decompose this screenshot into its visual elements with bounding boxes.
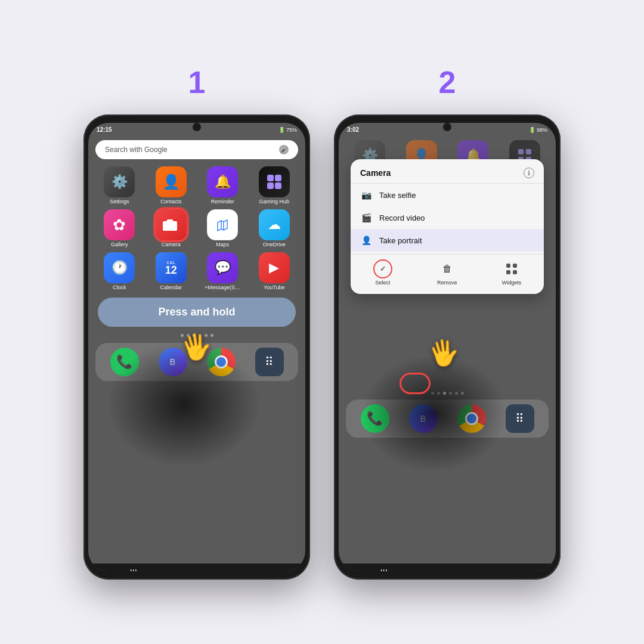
svg-rect-1 [275,175,281,181]
context-video-icon: 🎬 [360,212,372,224]
phone-2-status-icons: 🔋98% [529,127,547,133]
svg-rect-9 [518,149,524,154]
phone-2-nav: ||| ○ ‹ [339,564,556,571]
recent-btn-1[interactable]: ||| [129,568,137,571]
svg-rect-6 [513,264,517,268]
action-select[interactable]: ✓ Select [373,259,392,286]
dock-chrome-2[interactable] [457,404,486,433]
context-selfie-text: Take selfie [379,191,416,200]
select-icon: ✓ [373,259,392,278]
phone-1-home: Search with Google 🎤 ⚙️ Settings [88,135,305,571]
back-btn-1[interactable]: ‹ [261,568,264,571]
phone-2-screen: 3:02 🔋98% Camera ℹ [339,123,556,571]
dock-apps-1[interactable]: ⠿ [255,348,284,376]
dock-bixby-1[interactable]: B [159,348,187,376]
phone-2-home: Camera ℹ 📷 Take selfie 🎬 Record video [339,135,556,571]
remove-icon: 🗑 [438,259,457,278]
press-hold-label: Press and hold [98,298,296,327]
dot [210,334,213,337]
phone-2-notch [443,123,451,131]
app-youtube-icon: ▶ [259,252,290,283]
app-message-icon: 💬 [207,252,238,283]
phone-1-screen: 12:15 🔋75% Search with Google 🎤 [88,123,305,571]
chrome-inner-2 [465,412,478,425]
svg-rect-8 [513,270,517,274]
dot [437,392,440,395]
app-gallery-1[interactable]: ✿ Gallery [95,209,144,247]
app-gallery-label: Gallery [111,242,128,247]
app-contacts-label: Contacts [160,199,182,205]
svg-rect-2 [267,182,274,189]
dot [431,392,434,395]
app-message-1[interactable]: 💬 +Message(SM... [199,252,247,290]
app-clock-1[interactable]: 🕐 Clock [95,252,144,290]
home-btn-2[interactable]: ○ [447,568,453,571]
context-info-icon[interactable]: ℹ [524,168,534,178]
context-video-text: Record video [379,213,425,222]
app-calendar-1[interactable]: CAL 12 Calendar [147,252,196,290]
app-maps-1[interactable]: Maps [199,209,247,247]
app-youtube-1[interactable]: ▶ YouTube [250,252,299,290]
app-settings-icon: ⚙️ [104,166,135,197]
app-reminder-icon: 🔔 [207,166,238,197]
app-reminder[interactable]: 🔔 Reminder [199,166,247,205]
context-portrait-icon: 👤 [360,234,372,246]
phone-1-nav: ||| ○ ‹ [88,564,305,571]
app-gaming-label: Gaming Hub [259,199,289,205]
phone-1: 12:15 🔋75% Search with Google 🎤 [83,114,310,580]
app-settings[interactable]: ⚙️ Settings [95,166,144,205]
phone-1-search-bar[interactable]: Search with Google 🎤 [95,140,298,159]
dot [461,392,464,395]
dock-phone-2[interactable]: 📞 [361,404,389,433]
svg-rect-0 [267,175,274,181]
app-onedrive-1[interactable]: ☁ OneDrive [250,209,299,247]
dock-apps-2[interactable]: ⠿ [506,404,534,433]
widgets-label: Widgets [502,280,522,286]
context-action-row: ✓ Select 🗑 Remove [351,257,544,288]
app-gaming-hub-1[interactable]: Gaming Hub [250,166,299,205]
app-onedrive-label: OneDrive [263,242,286,247]
press-hold-text: Press and hold [158,306,235,318]
app-clock-icon: 🕐 [104,252,135,283]
app-calendar-label: Calendar [160,284,182,290]
action-widgets[interactable]: Widgets [502,259,522,286]
dot-active [193,334,196,337]
dock-chrome-1[interactable] [207,348,236,376]
app-onedrive-icon: ☁ [259,209,290,240]
home-btn-1[interactable]: ○ [196,568,202,571]
dot [181,334,184,337]
context-item-portrait[interactable]: 👤 Take portrait [351,229,544,252]
app-maps-label: Maps [216,242,229,247]
phone-1-notch [193,123,201,131]
app-settings-label: Settings [110,199,129,205]
action-remove[interactable]: 🗑 Remove [437,259,457,286]
context-item-selfie[interactable]: 📷 Take selfie [351,184,544,206]
context-title: Camera [360,168,391,178]
app-contacts[interactable]: 👤 Contacts [147,166,196,205]
svg-rect-3 [275,182,281,189]
context-title-row: Camera ℹ [351,165,544,184]
dock-phone-1[interactable]: 📞 [110,348,139,376]
step-1-column: 1 12:15 🔋75% Sear [83,64,310,580]
phone-1-time: 12:15 [97,126,112,133]
app-reminder-label: Reminder [211,199,234,205]
dot [449,392,452,395]
phone-2-outer: 3:02 🔋98% Camera ℹ [334,114,561,580]
context-item-video[interactable]: 🎬 Record video [351,206,544,229]
step-2-number: 2 [439,64,456,100]
dock-bixby-2[interactable]: B [409,404,438,433]
phone-2-time: 3:02 [347,126,359,133]
back-btn-2[interactable]: ‹ [511,568,514,571]
phone-1-dots [88,334,305,337]
phone-1-status-icons: 🔋75% [278,127,297,133]
select-label: Select [375,280,390,286]
svg-point-4 [213,215,232,234]
phone-2-dock: 📞 B ⠿ [346,400,549,438]
phone-1-search-text: Search with Google [105,145,168,154]
phone-1-outer: 12:15 🔋75% Search with Google 🎤 [83,114,310,580]
dot [205,334,208,337]
app-gaming-icon [259,166,290,197]
phone-1-app-row-3: 🕐 Clock CAL 12 Calendar [88,250,305,293]
recent-btn-2[interactable]: ||| [380,568,387,571]
app-camera-1[interactable]: Camera [147,209,196,247]
